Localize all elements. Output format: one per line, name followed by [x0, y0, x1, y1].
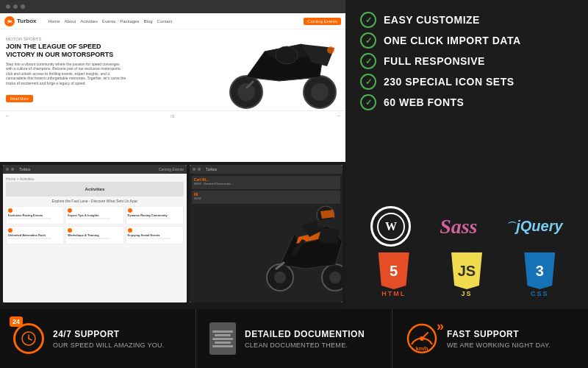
check-icon-1: ✓: [360, 12, 376, 28]
browser-dot-1: [6, 4, 10, 9]
mock-nav-activities: Activities: [80, 19, 98, 24]
wordpress-logo: W: [370, 206, 411, 247]
sub-dot-1: [6, 168, 9, 171]
tech-logos: W Sass ⌒ jQuery 5: [360, 206, 573, 297]
bottom-fast-support: km/h » FAST SUPPORT WE ARE WORKING NIGHT…: [392, 309, 588, 368]
browser-dot-2: [13, 4, 18, 9]
feature-list: ✓ EASY CUSTOMIZE ✓ ONE CLICK IMPORT DATA…: [360, 12, 573, 110]
fast-support-sub: WE ARE WORKING NIGHT DAY.: [447, 342, 575, 349]
mock-nav-contact: Contact: [157, 19, 173, 24]
browser-content: 🏍 Turbox Home About Activities Events Pa…: [0, 13, 345, 162]
mock-nav-about: About: [65, 19, 76, 24]
fast-icon-wrap: km/h »: [406, 322, 438, 355]
css3-badge: 3: [524, 252, 555, 289]
svg-text:W: W: [385, 220, 397, 233]
speedometer-svg: km/h: [406, 322, 438, 355]
doc-line-1: [212, 330, 233, 333]
sub-nav-btn-2: Coming Events: [159, 167, 184, 171]
browser-dot-3: [21, 4, 25, 9]
mock-nav-links: Home About Activities Events Packages Bl…: [49, 19, 173, 24]
check-icon-3: ✓: [360, 53, 376, 69]
preview-bottom-section: Turbox Coming Events Home > Activities A…: [0, 162, 345, 305]
tech-row-2: 5 HTML JS JS 3 CSS: [360, 252, 573, 297]
tech-row-1: W Sass ⌒ jQuery: [360, 206, 573, 247]
bottom-documentation: DETAILED DOCUMENTION CLEAN DOCUMENTED TH…: [196, 309, 392, 368]
js-badge-wrap: JS JS: [451, 252, 482, 297]
mock-logo-icon: 🏍: [4, 16, 15, 26]
feature-label-5: 60 WEB FONTS: [384, 96, 464, 108]
doc-title: DETAILED DOCUMENTION: [245, 329, 379, 339]
check-icon-5: ✓: [360, 94, 376, 110]
activity-line-2: [68, 218, 111, 219]
svg-point-3: [311, 83, 329, 101]
preview-hero-section: 🏍 Turbox Home About Activities Events Pa…: [0, 0, 345, 162]
mock-prev-arrow: ←: [4, 113, 10, 119]
doc-icon-wrap: [209, 322, 236, 355]
sub-activities-title: Activities: [85, 187, 105, 191]
mock-hero-title: Join the League of SpeedVictory in Our M…: [6, 43, 126, 59]
bottom-support: 24 24/7 SUPPORT OUR SPEED WILL AMAZING Y…: [0, 309, 196, 368]
sub-dot-3: [193, 168, 196, 171]
activity-title-1: Exclusive Racing Events: [8, 213, 62, 217]
activity-card-5: Workshops & Training: [65, 226, 123, 244]
activity-line-3: [128, 218, 171, 219]
doc-line-5: [212, 345, 233, 347]
preview-sub-activities: Turbox Coming Events Home > Activities A…: [3, 165, 187, 302]
mock-site-label: MOTOR SPORTS: [6, 37, 126, 41]
activity-title-4: Unlimited Adrenaline Rush: [8, 233, 62, 237]
svg-point-1: [237, 83, 255, 101]
racer-image: [258, 189, 343, 302]
doc-line-2: [215, 334, 231, 336]
svg-line-15: [29, 339, 32, 340]
mock-nav-events: Events: [102, 19, 115, 24]
jquery-arc-icon: ⌒: [506, 220, 515, 233]
sub-logo: Turbox: [19, 167, 30, 171]
activity-title-5: Workshops & Training: [68, 233, 121, 237]
mock-read-more-btn[interactable]: Read More: [6, 95, 33, 102]
css3-label: CSS: [531, 290, 549, 297]
speed-arrows: »: [437, 319, 444, 334]
clock-svg: [21, 330, 37, 347]
mock-coming-events-btn: Coming Events: [304, 18, 341, 25]
doc-sub: CLEAN DOCUMENTED THEME.: [245, 342, 379, 349]
doc-line-4: [215, 342, 231, 344]
mock-hero-body: Step into a vibrant community where the …: [6, 62, 126, 86]
activity-card-3: Dynamic Racing Community: [126, 206, 184, 224]
svg-point-18: [420, 336, 424, 341]
fast-support-title: FAST SUPPORT: [447, 329, 575, 339]
support-icon-wrap: 24: [13, 323, 44, 354]
activities-grid: Exclusive Racing Events Expert Tips & In…: [6, 206, 184, 244]
activity-icon-4: [8, 228, 12, 233]
html5-number: 5: [390, 263, 398, 278]
css3-number: 3: [536, 263, 544, 278]
clock-icon: 24: [13, 323, 44, 354]
js-label: JS: [461, 290, 472, 297]
html5-badge-wrap: 5 HTML: [379, 252, 409, 297]
doc-text: DETAILED DOCUMENTION CLEAN DOCUMENTED TH…: [245, 329, 379, 349]
doc-line-3: [212, 338, 233, 340]
mock-slide-num: 01: [171, 114, 175, 118]
mock-nav-packages: Packages: [120, 19, 139, 24]
svg-point-4: [327, 46, 334, 54]
feature-web-fonts: ✓ 60 WEB FONTS: [360, 94, 573, 110]
activity-title-6: Enjoying Social Events: [128, 233, 182, 237]
activity-line-5: [68, 238, 111, 239]
sub-nav-1: Turbox Coming Events: [3, 165, 187, 174]
mock-navbar: 🏍 Turbox Home About Activities Events Pa…: [0, 13, 345, 29]
mock-nav-home: Home: [49, 19, 60, 24]
check-icon-2: ✓: [360, 32, 376, 49]
mock-hero-text: MOTOR SPORTS Join the League of SpeedVic…: [0, 29, 132, 110]
activity-title-2: Expert Tips & Insights: [68, 213, 121, 217]
sub-activities-subtitle: Explore the Fast Lane - Discover What Se…: [6, 199, 184, 203]
mock-logo: 🏍 Turbox: [4, 16, 37, 26]
theme-preview-panel: 🏍 Turbox Home About Activities Events Pa…: [0, 0, 345, 309]
features-panel: ✓ EASY CUSTOMIZE ✓ ONE CLICK IMPORT DATA…: [345, 0, 588, 309]
preview-sub-blog: Turbox Cart Ri... 06/06 · Detailed Docum…: [190, 165, 343, 302]
html5-badge: 5: [379, 252, 409, 289]
sub-logo-2: Turbox: [206, 167, 217, 171]
feature-label-4: 230 SPECIAL ICON SETS: [384, 76, 514, 88]
activity-card-2: Expert Tips & Insights: [65, 206, 123, 224]
speedometer-icon: km/h »: [406, 322, 438, 355]
activity-title-3: Dynamic Racing Community: [128, 213, 182, 217]
support-sub: OUR SPEED WILL AMAZING YOU.: [53, 342, 182, 349]
